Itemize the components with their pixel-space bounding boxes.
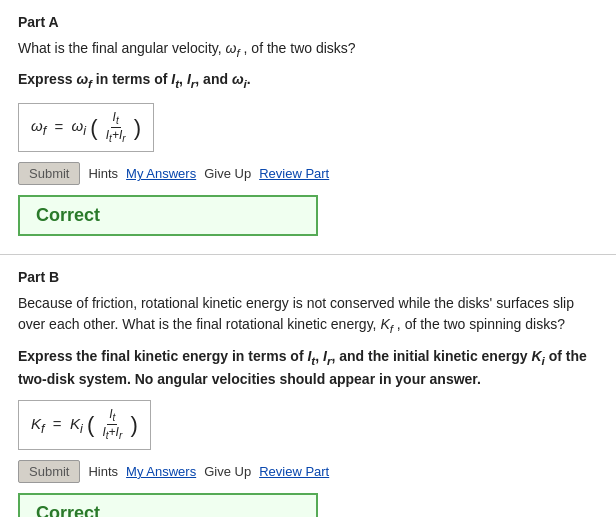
part-a-controls: Submit Hints My Answers Give Up Review P… (18, 162, 598, 185)
part-a-my-answers-button[interactable]: My Answers (126, 166, 196, 181)
part-b-result-text: Correct (36, 503, 100, 517)
part-a-submit-button[interactable]: Submit (18, 162, 80, 185)
part-a-review-part-button[interactable]: Review Part (259, 166, 329, 181)
part-b-result-box: Correct (18, 493, 318, 517)
part-a-label: Part A (18, 14, 598, 30)
part-b-section: Part B Because of friction, rotational k… (0, 255, 616, 517)
part-a-express: Express ωf in terms of It, Ir, and ωi. (18, 69, 598, 92)
part-b-question: Because of friction, rotational kinetic … (18, 293, 598, 337)
part-a-hints-label: Hints (88, 166, 118, 181)
part-b-my-answers-button[interactable]: My Answers (126, 464, 196, 479)
part-a-question: What is the final angular velocity, ωf ,… (18, 38, 598, 61)
part-a-result-text: Correct (36, 205, 100, 225)
part-b-give-up-label: Give Up (204, 464, 251, 479)
part-a-result-box: Correct (18, 195, 318, 236)
part-b-label: Part B (18, 269, 598, 285)
part-b-review-part-button[interactable]: Review Part (259, 464, 329, 479)
part-b-formula: Kf = Ki ( It It+Ir ) (18, 400, 151, 450)
part-b-submit-button[interactable]: Submit (18, 460, 80, 483)
part-a-give-up-label: Give Up (204, 166, 251, 181)
part-b-hints-label: Hints (88, 464, 118, 479)
part-b-controls: Submit Hints My Answers Give Up Review P… (18, 460, 598, 483)
part-b-express: Express the final kinetic energy in term… (18, 346, 598, 390)
part-a-section: Part A What is the final angular velocit… (0, 0, 616, 255)
part-a-formula: ωf = ωi ( It It+Ir ) (18, 103, 154, 153)
